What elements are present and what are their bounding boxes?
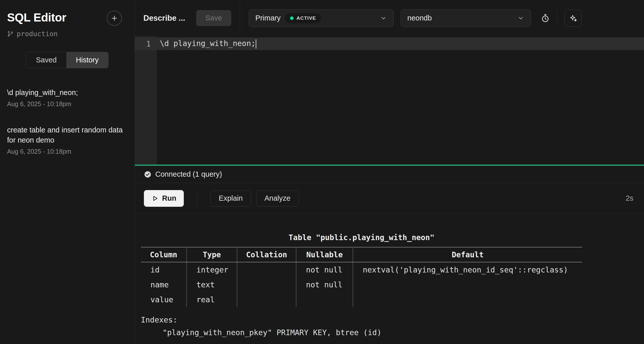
main-panel: Describe ... Save Primary ACTIVE neondb bbox=[135, 0, 644, 344]
check-circle-icon bbox=[144, 171, 151, 178]
index-entry: "playing_with_neon_pkey" PRIMARY KEY, bt… bbox=[141, 326, 644, 339]
history-list: \d playing_with_neon; Aug 6, 2025 - 10:1… bbox=[0, 87, 135, 155]
sidebar-tabs: Saved History bbox=[26, 52, 108, 68]
database-selector-value: neondb bbox=[407, 14, 432, 22]
text-cursor bbox=[256, 39, 256, 49]
column-header: Default bbox=[353, 247, 582, 262]
column-header: Type bbox=[187, 247, 237, 262]
branch-selector-value: Primary bbox=[255, 14, 281, 22]
code-text: \d playing_with_neon; bbox=[157, 39, 256, 49]
code-line[interactable]: 1 \d playing_with_neon; bbox=[135, 37, 644, 50]
sparkles-icon bbox=[569, 14, 577, 22]
indexes-section: Indexes: "playing_with_neon_pkey" PRIMAR… bbox=[141, 314, 644, 339]
result-table: Column Type Collation Nullable Default i… bbox=[141, 247, 582, 307]
table-cell bbox=[353, 292, 582, 307]
history-item[interactable]: create table and insert random data for … bbox=[7, 125, 127, 155]
history-item[interactable]: \d playing_with_neon; Aug 6, 2025 - 10:1… bbox=[7, 87, 127, 108]
play-icon bbox=[151, 195, 159, 202]
editor-topbar: Describe ... Save Primary ACTIVE neondb bbox=[135, 0, 644, 36]
chevron-down-icon bbox=[380, 15, 387, 21]
table-cell: not null bbox=[296, 262, 353, 277]
line-number: 1 bbox=[135, 39, 157, 48]
result-table-title: Table "public.playing_with_neon" bbox=[141, 233, 582, 242]
run-button-label: Run bbox=[162, 194, 176, 202]
line-number-gutter bbox=[135, 36, 157, 165]
column-header: Column bbox=[141, 247, 187, 262]
ai-assistant-button[interactable] bbox=[564, 10, 582, 27]
column-header: Nullable bbox=[296, 247, 353, 262]
history-query: \d playing_with_neon; bbox=[7, 87, 127, 98]
analyze-button[interactable]: Analyze bbox=[256, 190, 299, 207]
table-row: id integer not null nextval('playing_wit… bbox=[141, 262, 582, 277]
table-cell: value bbox=[141, 292, 187, 307]
plus-icon bbox=[111, 14, 118, 22]
table-cell: not null bbox=[296, 277, 353, 292]
query-results: Table "public.playing_with_neon" Column … bbox=[135, 214, 644, 344]
history-timestamp: Aug 6, 2025 - 10:18pm bbox=[7, 100, 127, 108]
table-cell: integer bbox=[187, 262, 237, 277]
indexes-label: Indexes: bbox=[141, 314, 644, 326]
new-query-button[interactable] bbox=[107, 11, 122, 26]
query-title-input[interactable]: Describe ... bbox=[143, 14, 185, 23]
connection-statusbar: Connected (1 query) bbox=[135, 166, 644, 183]
table-cell: name bbox=[141, 277, 187, 292]
table-cell bbox=[237, 277, 296, 292]
git-branch-icon bbox=[7, 31, 14, 37]
query-duration: 2s bbox=[626, 194, 633, 202]
topbar-divider bbox=[557, 10, 557, 26]
table-cell bbox=[296, 292, 353, 307]
toolbar-divider bbox=[197, 191, 197, 205]
table-cell bbox=[237, 262, 296, 277]
table-cell: text bbox=[187, 277, 237, 292]
table-row: value real bbox=[141, 292, 582, 307]
history-query: create table and insert random data for … bbox=[7, 125, 127, 145]
topbar-divider bbox=[240, 0, 240, 36]
sql-code-editor[interactable]: 1 \d playing_with_neon; bbox=[135, 36, 644, 165]
chevron-down-icon bbox=[518, 15, 524, 21]
table-cell: real bbox=[187, 292, 237, 307]
result-header-row: Column Type Collation Nullable Default bbox=[141, 247, 582, 262]
connection-status-text: Connected (1 query) bbox=[155, 170, 222, 178]
run-button[interactable]: Run bbox=[144, 190, 184, 207]
save-button[interactable]: Save bbox=[196, 10, 231, 26]
page-title: SQL Editor bbox=[7, 11, 66, 24]
database-selector[interactable]: neondb bbox=[401, 9, 531, 27]
history-timestamp: Aug 6, 2025 - 10:18pm bbox=[7, 148, 127, 155]
branch-status-label: ACTIVE bbox=[296, 15, 316, 21]
sidebar-header: SQL Editor bbox=[0, 11, 135, 26]
tab-history[interactable]: History bbox=[66, 52, 108, 68]
table-cell: nextval('playing_with_neon_id_seq'::regc… bbox=[353, 262, 582, 277]
query-history-button[interactable] bbox=[540, 13, 550, 23]
table-cell bbox=[353, 277, 582, 292]
table-cell: id bbox=[141, 262, 187, 277]
active-dot-icon bbox=[290, 16, 294, 20]
stopwatch-icon bbox=[540, 13, 550, 23]
sql-editor-app: SQL Editor production Saved History \d p bbox=[0, 0, 644, 344]
branch-status-badge: ACTIVE bbox=[285, 13, 321, 23]
tab-saved[interactable]: Saved bbox=[26, 52, 66, 68]
branch-selector[interactable]: Primary ACTIVE bbox=[249, 9, 394, 27]
column-header: Collation bbox=[237, 247, 296, 262]
branch-name: production bbox=[17, 30, 58, 38]
table-cell bbox=[237, 292, 296, 307]
table-row: name text not null bbox=[141, 277, 582, 292]
branch-indicator: production bbox=[7, 30, 135, 38]
sidebar: SQL Editor production Saved History \d p bbox=[0, 0, 135, 344]
query-toolbar: Run Explain Analyze 2s bbox=[135, 183, 644, 214]
explain-button[interactable]: Explain bbox=[210, 190, 251, 207]
